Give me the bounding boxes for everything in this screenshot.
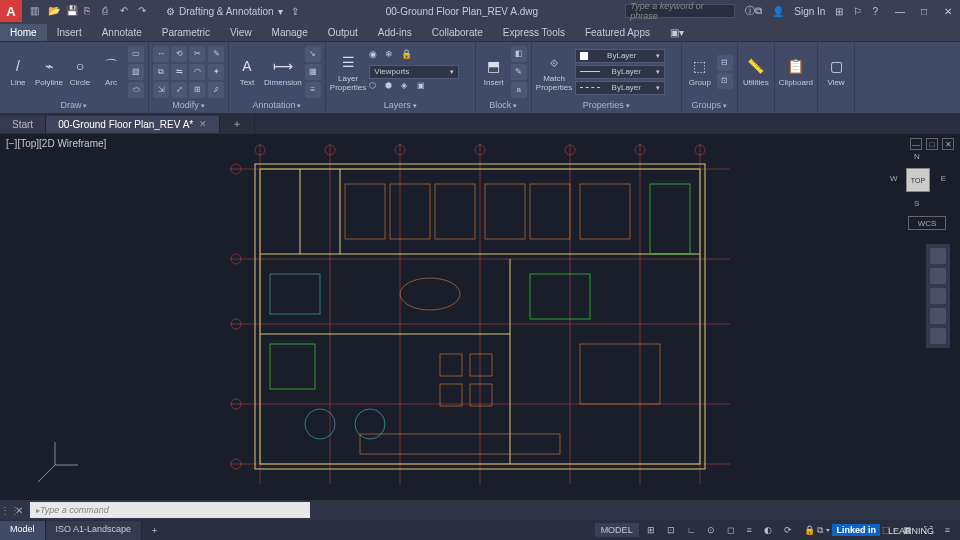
move-icon[interactable]: ↔ — [153, 46, 169, 62]
tab-view[interactable]: View — [220, 24, 262, 41]
status-snap-icon[interactable]: ⊡ — [663, 523, 679, 537]
layer-freeze-icon[interactable]: ❄ — [385, 49, 399, 63]
layer-off-icon[interactable]: ◉ — [369, 49, 383, 63]
linetype-combo[interactable]: ByLayer — [575, 81, 665, 95]
layerprops-button[interactable]: ☰Layer Properties — [330, 46, 366, 98]
panel-title-properties[interactable]: Properties — [536, 99, 677, 111]
dimension-button[interactable]: ⟼Dimension — [264, 46, 302, 98]
ungroup-icon[interactable]: ⊟ — [717, 55, 733, 71]
ellipse-icon[interactable]: ⬭ — [128, 82, 144, 98]
vp-close-icon[interactable]: ✕ — [942, 138, 954, 150]
color-combo[interactable]: ByLayer — [575, 49, 665, 63]
appstore-icon[interactable]: ⊞ — [835, 6, 843, 17]
leader-icon[interactable]: ↘ — [305, 46, 321, 62]
arc-button[interactable]: ⌒Arc — [97, 46, 125, 98]
layer-a-icon[interactable]: ⬡ — [369, 81, 383, 95]
status-polar-icon[interactable]: ⊙ — [703, 523, 719, 537]
help-icon[interactable]: ⚐ — [853, 6, 862, 17]
layer-lock-icon[interactable]: 🔒 — [401, 49, 415, 63]
status-customize-icon[interactable]: ≡ — [941, 523, 954, 537]
tab-featuredapps[interactable]: Featured Apps — [575, 24, 660, 41]
explode-icon[interactable]: ✦ — [208, 64, 224, 80]
rect-icon[interactable]: ▭ — [128, 46, 144, 62]
viewcube-s[interactable]: S — [914, 199, 919, 208]
panel-title-modify[interactable]: Modify — [153, 99, 224, 111]
stretch-icon[interactable]: ⇲ — [153, 82, 169, 98]
panel-title-draw[interactable]: Draw — [4, 99, 144, 111]
status-transparency-icon[interactable]: ◐ — [760, 523, 776, 537]
table-icon[interactable]: ▦ — [305, 64, 321, 80]
qat-new-icon[interactable]: ▥ — [30, 5, 42, 17]
start-tab[interactable]: Start — [0, 116, 46, 133]
layout-tab[interactable]: ISO A1-Landscape — [46, 521, 143, 540]
vp-max-icon[interactable]: □ — [926, 138, 938, 150]
ucs-icon[interactable] — [30, 440, 80, 490]
status-model-button[interactable]: MODEL — [595, 523, 639, 537]
workspace-switcher[interactable]: ⚙ Drafting & Annotation ▾ — [166, 6, 283, 17]
insert-button[interactable]: ⬒Insert — [480, 46, 508, 98]
layer-c-icon[interactable]: ◈ — [401, 81, 415, 95]
help-search-input[interactable]: Type a keyword or phrase — [625, 4, 735, 18]
tab-home[interactable]: Home — [0, 24, 47, 41]
tab-collaborate[interactable]: Collaborate — [422, 24, 493, 41]
nav-orbit-icon[interactable] — [930, 308, 946, 324]
viewcube-n[interactable]: N — [914, 152, 920, 161]
viewcube-w[interactable]: W — [890, 174, 898, 183]
utilities-button[interactable]: 📏Utilities — [742, 46, 770, 98]
panel-title-layers[interactable]: Layers — [330, 99, 471, 111]
copy-icon[interactable]: ⧉ — [153, 64, 169, 80]
trim-icon[interactable]: ✂ — [189, 46, 205, 62]
nav-pan-icon[interactable] — [930, 268, 946, 284]
status-osnap-icon[interactable]: ◻ — [723, 523, 738, 537]
status-grid-icon[interactable]: ⊞ — [643, 523, 659, 537]
text-button[interactable]: AText — [233, 46, 261, 98]
qat-undo-icon[interactable]: ↶ — [120, 5, 132, 17]
edit-block-icon[interactable]: ✎ — [511, 64, 527, 80]
attr-block-icon[interactable]: a — [511, 82, 527, 98]
panel-title-annotation[interactable]: Annotation — [233, 99, 321, 111]
cmd-handle-icon[interactable]: ⋮⋮ — [0, 505, 12, 516]
qat-open-icon[interactable]: 📂 — [48, 5, 60, 17]
clipboard-button[interactable]: 📋Clipboard — [779, 46, 813, 98]
group-button[interactable]: ⬚Group — [686, 46, 714, 98]
lineweight-combo[interactable]: ByLayer — [575, 65, 665, 79]
drawing-canvas[interactable]: [−][Top][2D Wireframe] — □ ✕ TOP N S E W… — [0, 134, 960, 500]
file-tab[interactable]: 00-Ground Floor Plan_REV A*✕ — [46, 116, 220, 133]
signin-button[interactable]: Sign In — [794, 6, 825, 17]
add-layout-button[interactable]: ＋ — [142, 521, 167, 540]
status-ortho-icon[interactable]: ∟ — [683, 523, 700, 537]
tab-expresstools[interactable]: Express Tools — [493, 24, 575, 41]
hatch-icon[interactable]: ▨ — [128, 64, 144, 80]
layer-b-icon[interactable]: ⬢ — [385, 81, 399, 95]
tab-parametric[interactable]: Parametric — [152, 24, 220, 41]
layer-combo[interactable]: Viewports — [369, 65, 459, 79]
qat-redo-icon[interactable]: ↷ — [138, 5, 150, 17]
viewcube-top[interactable]: TOP — [906, 168, 930, 192]
qat-plot-icon[interactable]: ⎙ — [102, 5, 114, 17]
mtext-icon[interactable]: ≡ — [305, 82, 321, 98]
groupedit-icon[interactable]: ⊡ — [717, 73, 733, 89]
viewport-label[interactable]: [−][Top][2D Wireframe] — [6, 138, 106, 149]
tab-insert[interactable]: Insert — [47, 24, 92, 41]
close-tab-icon[interactable]: ✕ — [199, 119, 207, 129]
nav-zoom-icon[interactable] — [930, 288, 946, 304]
status-cycling-icon[interactable]: ⟳ — [780, 523, 796, 537]
polyline-button[interactable]: ⌁Polyline — [35, 46, 63, 98]
close-button[interactable]: ✕ — [936, 0, 960, 22]
viewcube[interactable]: TOP N S E W — [890, 152, 946, 208]
tab-annotate[interactable]: Annotate — [92, 24, 152, 41]
qat-save-icon[interactable]: 💾 — [66, 5, 78, 17]
matchprops-button[interactable]: ⟐Match Properties — [536, 46, 572, 98]
fillet-icon[interactable]: ◠ — [189, 64, 205, 80]
mirror-icon[interactable]: ⇋ — [171, 64, 187, 80]
status-lwt-icon[interactable]: ≡ — [742, 523, 755, 537]
nav-wheel-icon[interactable] — [930, 248, 946, 264]
array-icon[interactable]: ⊞ — [189, 82, 205, 98]
line-button[interactable]: /Line — [4, 46, 32, 98]
new-tab-button[interactable]: ＋ — [220, 114, 255, 134]
minimize-button[interactable]: — — [888, 0, 912, 22]
maximize-button[interactable]: □ — [912, 0, 936, 22]
cmd-close-icon[interactable]: ✕ — [12, 505, 26, 516]
infocenter-icon[interactable]: ⓘ⧉ — [745, 4, 762, 18]
tab-manage[interactable]: Manage — [262, 24, 318, 41]
